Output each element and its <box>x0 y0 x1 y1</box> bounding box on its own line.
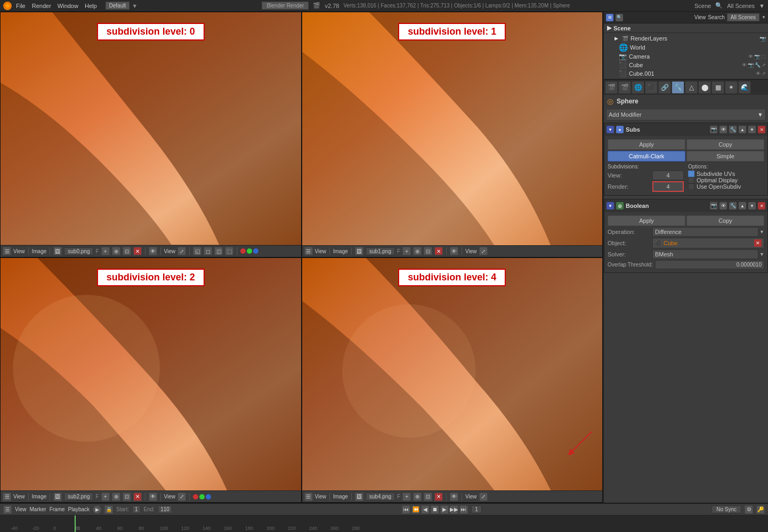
tab-material[interactable]: ⬤ <box>698 81 711 94</box>
vp-image-1[interactable]: Image <box>333 248 348 254</box>
rpanel-search-label[interactable]: Search <box>708 14 725 20</box>
bool-copy-button[interactable]: Copy <box>686 215 764 226</box>
subsurf-down-icon[interactable]: ▼ <box>748 126 756 133</box>
bool-close-icon[interactable]: ✕ <box>758 202 765 209</box>
vp-mode-icon-0[interactable]: ☰ <box>3 247 11 255</box>
menu-window[interactable]: Window <box>58 3 78 9</box>
vp-fit-0[interactable]: ⊡ <box>123 247 131 255</box>
vp-view-label-1[interactable]: View <box>465 248 477 254</box>
bool-settings-icon[interactable]: 🔧 <box>729 202 737 209</box>
viewport-top-left[interactable]: subdivision level: 0 ☰ View Image 🖼 sub0… <box>0 12 302 257</box>
bool-apply-button[interactable]: Apply <box>608 215 685 226</box>
timeline-view-label[interactable]: View <box>15 506 27 512</box>
menu-file[interactable]: File <box>16 3 26 9</box>
bool-solver-value[interactable]: BMesh <box>652 249 758 259</box>
vp-mode-icon-1[interactable]: ☰ <box>304 247 313 255</box>
tab-modifiers[interactable]: 🔧 <box>672 81 684 94</box>
tree-item-cube001[interactable]: ⬛ Cube.001 👁 ↗ <box>604 69 768 78</box>
vp-fit-2[interactable]: ⊡ <box>123 493 131 501</box>
vp-view-1[interactable]: View <box>315 248 327 254</box>
vp-view-3[interactable]: View <box>315 494 327 499</box>
renderer-selector[interactable]: Blender Render <box>262 2 309 10</box>
timeline-mode-icon[interactable]: ☰ <box>3 505 12 514</box>
vp-x-0[interactable]: ✕ <box>133 247 142 255</box>
vp-tool1-0[interactable]: ◱ <box>193 247 201 255</box>
subsurf-camera-icon[interactable]: 📷 <box>710 126 717 133</box>
bool-operation-value[interactable]: Difference <box>652 227 758 237</box>
vp-image-2[interactable]: Image <box>32 494 47 499</box>
camera-eye-icon[interactable]: 👁 <box>748 54 753 59</box>
vp-x-1[interactable]: ✕ <box>434 247 443 255</box>
tab-render[interactable]: 🎬 <box>605 81 618 94</box>
bool-expand-icon[interactable]: ▼ <box>607 202 614 209</box>
vp-zoom-out-0[interactable]: ⊕ <box>112 247 120 255</box>
bool-camera-icon[interactable]: 📷 <box>710 202 717 209</box>
subsurf-view-value[interactable]: 4 <box>652 171 684 180</box>
subsurf-apply-button[interactable]: Apply <box>608 139 685 150</box>
camera-render-icon[interactable]: 📷 <box>754 54 760 59</box>
tab-texture[interactable]: ▦ <box>712 81 724 94</box>
bool-type-icon[interactable]: ⊕ <box>616 202 624 209</box>
subsurf-copy-button[interactable]: Copy <box>686 139 764 150</box>
vp-img-icon-3[interactable]: 🖼 <box>355 493 363 501</box>
subsurf-render-icon[interactable]: 🔧 <box>729 126 737 133</box>
vp-image-0[interactable]: Image <box>32 248 47 254</box>
vp-zoom-in-0[interactable]: + <box>101 247 110 255</box>
pb-back-icon[interactable]: ◀ <box>421 505 430 514</box>
tree-item-camera[interactable]: 📷 Camera 👁 📷 ⬚ <box>604 52 768 61</box>
tab-particles[interactable]: ✴ <box>725 81 738 94</box>
all-scenes-dropdown[interactable]: ▼ <box>759 3 765 9</box>
vp-fit-1[interactable]: ⊡ <box>424 247 432 255</box>
viewport-bottom-left[interactable]: subdivision level: 2 ☰ View Image 🖼 sub2… <box>0 257 302 503</box>
bool-object-clear-button[interactable]: ✕ <box>754 239 762 247</box>
pb-play-icon[interactable]: ▶ <box>440 505 449 514</box>
pb-stop-icon[interactable]: ⏹ <box>431 505 439 514</box>
subsurf-opensubdiv-checkbox[interactable] <box>688 183 694 190</box>
timeline-settings-icon[interactable]: ⚙ <box>745 505 753 514</box>
vp-x-3[interactable]: ✕ <box>434 493 443 501</box>
pb-next-icon[interactable]: ▶▶ <box>450 505 458 514</box>
timeline-frame-label[interactable]: Frame <box>50 506 65 512</box>
timeline-key-icon[interactable]: 🔑 <box>756 505 765 514</box>
pb-last-icon[interactable]: ⏭ <box>459 505 468 514</box>
cube-select-icon[interactable]: 🔧 <box>755 62 761 68</box>
timeline-sync-selector[interactable]: No Sync <box>712 505 741 513</box>
rpanel-allscenes[interactable]: All Scenes <box>727 13 759 21</box>
timeline-play-icon[interactable]: ▶ <box>93 505 101 514</box>
timeline-marker-label[interactable]: Marker <box>30 506 46 512</box>
timeline-lock-icon[interactable]: 🔒 <box>104 505 113 514</box>
bool-eye-icon[interactable]: 👁 <box>720 202 727 209</box>
tab-data[interactable]: △ <box>685 81 698 94</box>
vp-zoom-out-1[interactable]: ⊕ <box>413 247 422 255</box>
bool-up-icon[interactable]: ▲ <box>739 202 746 209</box>
add-modifier-button[interactable]: Add Modifier ▼ <box>606 109 766 120</box>
layout-selector[interactable]: Default <box>106 2 130 10</box>
tab-scene[interactable]: 🎬 <box>618 81 631 94</box>
renderlayers-render-icon[interactable]: 📷 <box>759 36 766 42</box>
vp-view-label-3[interactable]: View <box>465 494 477 499</box>
vp-mode-icon-2[interactable]: ☰ <box>3 493 11 501</box>
tab-physics[interactable]: 🌊 <box>738 81 751 94</box>
menu-help[interactable]: Help <box>85 3 97 9</box>
vp-view-label-0[interactable]: View <box>164 248 176 254</box>
pb-first-icon[interactable]: ⏮ <box>402 505 410 514</box>
vp-view-2[interactable]: View <box>13 494 25 499</box>
bool-overlap-value[interactable]: 0.0000010 <box>655 260 764 269</box>
vp-zoom-out-3[interactable]: ⊕ <box>413 493 422 501</box>
timeline-playback-label[interactable]: Playback <box>68 506 90 512</box>
vp-zoom-in-3[interactable]: + <box>402 493 411 501</box>
vp-zoom-in-2[interactable]: + <box>101 493 110 501</box>
subsurf-up-icon[interactable]: ▲ <box>739 126 746 133</box>
subsurf-catmull-button[interactable]: Catmull-Clark <box>608 151 685 162</box>
vp-view-btn-1[interactable]: 👁 <box>450 247 458 255</box>
vp-tool4-0[interactable]: ⬚ <box>225 247 233 255</box>
menu-render[interactable]: Render <box>32 3 51 9</box>
subsurf-expand-icon[interactable]: ▼ <box>607 126 614 133</box>
subsurf-simple-button[interactable]: Simple <box>686 151 764 162</box>
cube001-eye-icon[interactable]: 👁 <box>756 71 761 76</box>
vp-fit-3[interactable]: ⊡ <box>424 493 432 501</box>
timeline-end-value[interactable]: 110 <box>158 505 172 513</box>
vp-fullscreen-3[interactable]: ⤢ <box>479 493 488 501</box>
tab-world[interactable]: 🌐 <box>632 81 644 94</box>
vp-zoom-in-1[interactable]: + <box>402 247 411 255</box>
